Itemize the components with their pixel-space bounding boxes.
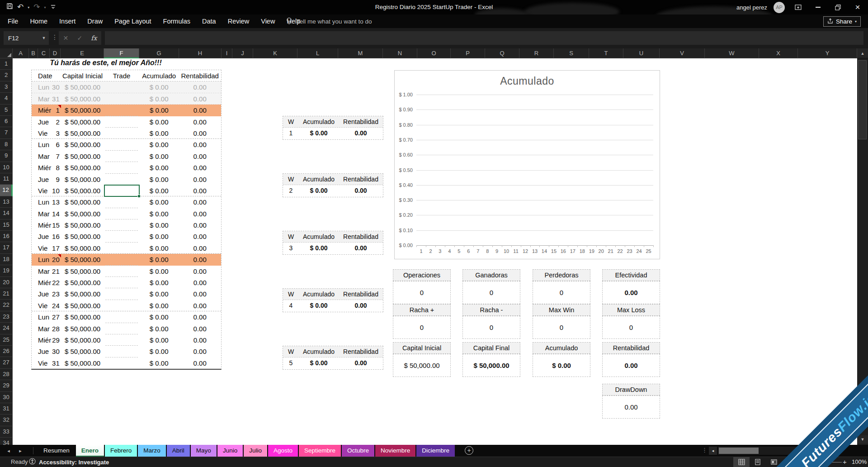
cell-day[interactable]: Jue [32,174,50,185]
cell-day-number[interactable]: 31 [50,93,61,104]
cell-rentabilidad[interactable]: 0.00 [179,300,221,311]
column-header-X[interactable]: X [759,48,798,58]
cell-trade[interactable] [104,231,139,242]
select-all-corner[interactable] [0,48,13,58]
weekly-rentabilidad-value[interactable]: 0.00 [339,128,383,139]
table-row-jue-30[interactable]: Jue30$ 50,000.00$ 0.000.00 [32,346,221,357]
cell-capital-inicial[interactable]: $ 50,000.00 [61,277,104,288]
stat-value-drawdown[interactable]: 0.00 [602,396,660,419]
cell-trade[interactable] [104,105,139,116]
weekly-week-number[interactable]: 2 [283,185,299,196]
cell-trade[interactable] [104,346,139,357]
cell-rentabilidad[interactable]: 0.00 [179,266,221,277]
cell-capital-inicial[interactable]: $ 50,000.00 [61,174,104,185]
weekly-acumulado-value[interactable]: $ 0.00 [299,357,339,369]
row-header-22[interactable]: 22 [0,300,13,311]
cell-day-number[interactable]: 29 [50,334,61,346]
cell-trade[interactable] [104,277,139,288]
stat-value-operaciones[interactable]: 0 [393,281,451,304]
cell-day-number[interactable]: 13 [50,196,61,208]
cell-rentabilidad[interactable]: 0.00 [179,357,221,369]
cell-trade[interactable] [104,116,139,128]
cell-capital-inicial[interactable]: $ 50,000.00 [61,323,104,334]
cell-capital-inicial[interactable]: $ 50,000.00 [61,346,104,357]
ribbon-tab-home[interactable]: Home [24,14,53,28]
cell-day-number[interactable]: 27 [50,311,61,323]
row-header-2[interactable]: 2 [0,70,13,81]
cell-acumulado[interactable]: $ 0.00 [139,243,179,253]
minimize-button[interactable] [811,0,825,14]
cell-day[interactable]: Jue [32,116,50,128]
cell-trade[interactable] [104,300,139,311]
weekly-rentabilidad-value[interactable]: 0.00 [339,185,383,196]
column-header-D[interactable]: D [50,48,61,58]
table-row-lun-6[interactable]: Lun6$ 50,000.00$ 0.000.00 [32,139,221,150]
column-header-O[interactable]: O [417,48,451,58]
cell-acumulado[interactable]: $ 0.00 [139,254,179,265]
column-header-T[interactable]: T [589,48,623,58]
row-header-3[interactable]: 3 [0,81,13,93]
table-row-vie-31[interactable]: Vie31$ 50,000.00$ 0.000.00 [32,357,221,369]
cell-capital-inicial[interactable]: $ 50,000.00 [61,288,104,300]
cell-day[interactable]: Vie [32,300,50,311]
cell-day-number[interactable]: 23 [50,288,61,300]
cell-rentabilidad[interactable]: 0.00 [179,219,222,231]
row-header-25[interactable]: 25 [0,334,13,346]
cell-acumulado[interactable]: $ 0.00 [139,81,179,92]
table-row-miér-22[interactable]: Miér22$ 50,000.00$ 0.000.00 [32,277,221,288]
cell-trade[interactable] [104,311,139,323]
cell-trade[interactable] [104,334,139,346]
weekly-acumulado-value[interactable]: $ 0.00 [299,185,339,196]
cell-day-number[interactable]: 7 [50,151,61,162]
cell-day-number[interactable]: 16 [50,231,61,242]
cell-trade[interactable] [104,139,139,150]
cell-day[interactable]: Jue [32,346,50,357]
cell-day-number[interactable]: 9 [50,174,61,185]
stat-value-rentabilidad[interactable]: 0.00 [602,354,660,377]
cell-day-number[interactable]: 10 [50,185,61,196]
add-sheet-icon[interactable]: + [465,446,473,455]
cell-day[interactable]: Mar [32,323,50,334]
table-row-miér-8[interactable]: Miér8$ 50,000.00$ 0.000.00 [32,162,221,173]
cell-capital-inicial[interactable]: $ 50,000.00 [61,151,104,162]
row-header-18[interactable]: 18 [0,254,13,265]
cell-day[interactable]: Vie [32,128,50,138]
row-header-27[interactable]: 27 [0,357,13,368]
vertical-scrollbar-thumb[interactable] [858,60,867,139]
cell-rentabilidad[interactable]: 0.00 [179,151,221,162]
cell-rentabilidad[interactable]: 0.00 [179,116,221,128]
cell-capital-inicial[interactable]: $ 50,000.00 [61,266,104,277]
stat-value-ganadoras[interactable]: 0 [462,281,520,304]
stat-value-capital-inicial[interactable]: $ 50,000.00 [393,354,451,377]
cell-acumulado[interactable]: $ 0.00 [139,311,179,323]
weekly-acumulado-value[interactable]: $ 0.00 [299,300,339,311]
cell-acumulado[interactable]: $ 0.00 [139,288,179,300]
sheet-tab-febrero[interactable]: Febrero [105,445,137,457]
share-button[interactable]: Share ▾ [823,16,861,27]
cell-day-number[interactable]: 20 [50,254,61,265]
table-row-vie-24[interactable]: Vie24$ 50,000.00$ 0.000.00 [32,300,221,311]
cell-capital-inicial[interactable]: $ 50,000.00 [61,81,104,92]
restore-button[interactable] [831,0,844,14]
column-header-J[interactable]: J [232,48,253,58]
cell-acumulado[interactable]: $ 0.00 [139,323,179,334]
cell-trade[interactable] [104,243,139,253]
weekly-week-number[interactable]: 1 [283,128,299,139]
sheet-tab-agosto[interactable]: Agosto [268,445,298,457]
table-row-mar-28[interactable]: Mar28$ 50,000.00$ 0.000.00 [32,323,221,334]
cell-trade[interactable] [104,208,139,219]
row-header-14[interactable]: 14 [0,208,13,219]
table-row-mar-21[interactable]: Mar21$ 50,000.00$ 0.000.00 [32,266,221,277]
cell-day-number[interactable]: 28 [50,323,61,334]
cell-day[interactable]: Lun [32,81,50,92]
name-box[interactable]: F12 ▼ [4,31,49,45]
cell-acumulado[interactable]: $ 0.00 [139,196,179,208]
cell-acumulado[interactable]: $ 0.00 [139,357,179,369]
stat-value-racha-[interactable]: 0 [462,316,520,339]
row-header-20[interactable]: 20 [0,277,13,288]
cell-acumulado[interactable]: $ 0.00 [139,139,179,150]
cell-acumulado[interactable]: $ 0.00 [139,185,179,196]
column-header-U[interactable]: U [623,48,660,58]
row-header-30[interactable]: 30 [0,392,13,403]
weekly-rentabilidad-value[interactable]: 0.00 [339,357,383,369]
